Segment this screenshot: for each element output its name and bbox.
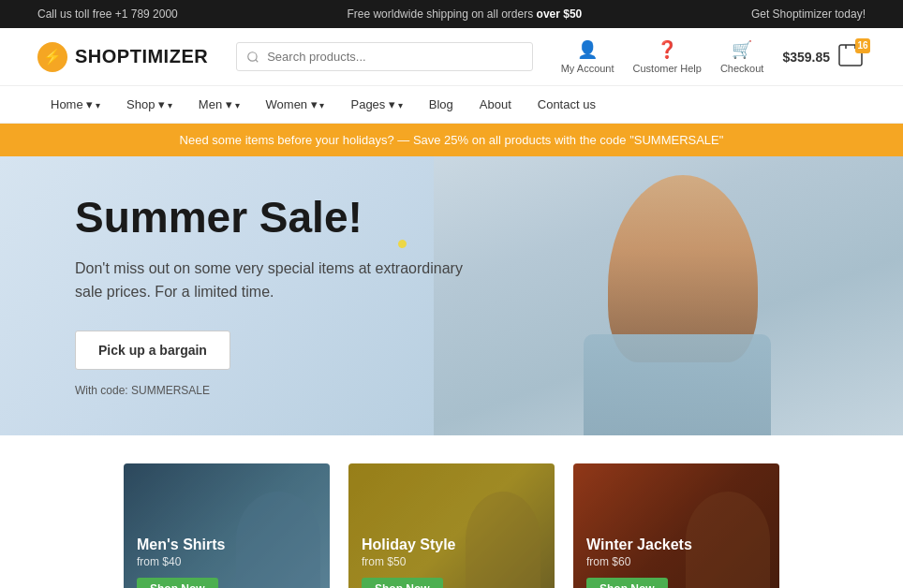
hero-cta-button[interactable]: Pick up a bargain [75,331,230,370]
nav-item-home[interactable]: Home ▾ [37,86,113,123]
shop-now-holiday[interactable]: Shop Now [362,578,443,588]
header: ⚡ SHOPTIMIZER 👤 My Account ❓ Customer He… [0,28,903,86]
product-card-jackets[interactable]: Winter Jackets from $60 Shop Now [573,463,779,588]
hero-title: Summer Sale! [75,194,468,242]
card-from-holiday: from $50 [362,555,541,568]
header-actions: 👤 My Account ❓ Customer Help 🛒 Checkout … [561,39,866,74]
nav-item-women[interactable]: Women ▾ [253,86,338,123]
nav-item-contact[interactable]: Contact us [525,86,609,123]
logo-icon: ⚡ [37,42,67,72]
main-nav: Home ▾ Shop ▾ Men ▾ Women ▾ Pages ▾ Blog… [0,86,903,124]
card-title-jackets: Winter Jackets [586,537,766,553]
topbar-left: Call us toll free +1 789 2000 [37,7,178,21]
topbar-right: Get Shoptimizer today! [751,7,866,21]
product-card-shirts[interactable]: Men's Shirts from $40 Shop Now [124,463,330,588]
cart-badge: 16 [855,38,870,53]
nav-links: Home ▾ Shop ▾ Men ▾ Women ▾ Pages ▾ Blog… [37,86,609,123]
card-content-shirts: Men's Shirts from $40 Shop Now [124,523,330,588]
shop-now-jackets[interactable]: Shop Now [586,578,668,588]
person-body [584,334,771,435]
card-content-jackets: Winter Jackets from $60 Shop Now [573,523,779,588]
topbar-center: Free worldwide shipping on all orders ov… [347,7,582,21]
card-from-jackets: from $60 [586,555,766,568]
products-section: Men's Shirts from $40 Shop Now Holiday S… [0,435,903,588]
hero-section: Summer Sale! Don't miss out on some very… [0,156,903,435]
help-icon: ❓ [657,39,677,60]
card-content-holiday: Holiday Style from $50 Shop Now [348,523,555,588]
cart-icon-wrapper: 16 [837,43,866,71]
cart-button[interactable]: $359.85 16 [782,43,866,71]
promo-banner: Need some items before your holidays? — … [0,124,903,156]
product-cards-grid: Men's Shirts from $40 Shop Now Holiday S… [56,463,847,588]
hero-image-area [434,156,903,435]
card-title-shirts: Men's Shirts [137,537,317,553]
hero-description: Don't miss out on some very special item… [75,257,468,304]
shop-now-shirts[interactable]: Shop Now [137,578,218,588]
hero-promo-code: With code: SUMMERSALE [75,384,210,397]
product-card-holiday[interactable]: Holiday Style from $50 Shop Now [348,463,555,588]
search-input[interactable] [236,42,533,71]
nav-item-blog[interactable]: Blog [416,86,466,123]
my-account-button[interactable]: 👤 My Account [561,39,614,74]
checkout-icon: 🛒 [732,39,752,60]
logo[interactable]: ⚡ SHOPTIMIZER [37,42,208,72]
card-title-holiday: Holiday Style [362,537,541,553]
top-bar: Call us toll free +1 789 2000 Free world… [0,0,903,28]
card-from-shirts: from $40 [137,555,317,568]
hero-content: Summer Sale! Don't miss out on some very… [75,194,468,398]
nav-item-about[interactable]: About [466,86,525,123]
nav-item-men[interactable]: Men ▾ [185,86,253,123]
nav-item-pages[interactable]: Pages ▾ [337,86,415,123]
checkout-button[interactable]: 🛒 Checkout [720,39,763,74]
promo-text: Need some items before your holidays? — … [180,133,724,147]
page-wrapper: Call us toll free +1 789 2000 Free world… [0,0,903,588]
logo-text: SHOPTIMIZER [75,46,208,67]
account-icon: 👤 [577,39,598,60]
nav-item-shop[interactable]: Shop ▾ [113,86,185,123]
customer-help-button[interactable]: ❓ Customer Help [633,39,702,74]
